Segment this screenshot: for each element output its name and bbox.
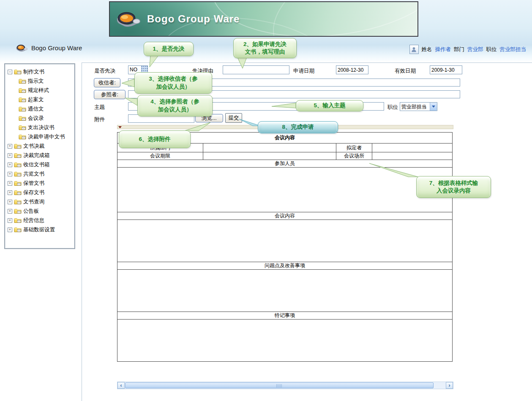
chevron-down-icon[interactable] [430,103,437,111]
sidebar-item-approval-done-box[interactable]: 决裁完成箱 [8,151,73,160]
sidebar-item-doc-search[interactable]: 文书查询 [8,197,73,206]
user-name-link[interactable]: 操作者 [435,46,451,53]
position-select-value: 营业部担当 [400,103,430,111]
valid-date-label: 有效日期 [395,68,416,75]
folder-icon [14,208,22,214]
callout-3: 3、选择收信者（参 加会议人员） [134,72,212,94]
folder-icon [14,190,22,195]
period-label-cell: 会议期限 [117,152,203,160]
expand-icon[interactable] [8,181,12,186]
horizontal-scrollbar[interactable]: ‹ › [117,382,453,389]
callout-8: 8、完成申请 [258,121,338,133]
period-value-cell[interactable] [203,152,336,160]
folder-icon [14,69,22,75]
callout-4: 4、选择参照者（参 加会议人员） [137,95,213,117]
expand-icon[interactable] [8,144,12,149]
callout-5: 5、输入主题 [296,100,363,111]
scrollbar-thumb[interactable] [125,382,434,388]
sidebar-item-label: 共览文书 [23,171,44,178]
sidebar-item-bulletin-board[interactable]: 公告板 [8,206,73,216]
application-window: Bogo Group Ware Bogo Group Ware 姓名 操作者 部… [0,0,532,401]
folder-icon [14,152,22,158]
app-logo: Bogo Group Ware [16,44,82,52]
scroll-left-icon[interactable]: ‹ [117,382,125,389]
callout-1-tail [147,54,160,68]
sidebar-item-business-info[interactable]: 经营信息 [8,216,73,225]
sidebar-item-label: 基础数据设置 [23,226,55,233]
person-icon [411,46,417,53]
expand-icon[interactable] [8,228,12,232]
sidebar-item-instruction-doc[interactable]: 指示文 [19,76,73,86]
collapse-icon[interactable] [8,70,12,74]
notes-value-cell[interactable] [117,320,453,362]
callout-7-tail [368,163,419,178]
expand-icon[interactable] [8,200,12,204]
expand-icon[interactable] [8,172,12,176]
attachment-label: 附件 [94,116,105,123]
user-title-label: 职位 [486,46,497,53]
sidebar-item-expense-resolution[interactable]: 支出决议书 [19,123,73,132]
expand-icon[interactable] [8,190,12,195]
folder-icon [19,97,26,103]
folder-icon [19,115,26,121]
folder-icon [19,125,26,130]
position-select[interactable]: 营业部担当 [400,102,437,111]
user-dept-link[interactable]: 营业部 [467,46,483,53]
sidebar-item-doc-approval[interactable]: 文书决裁 [8,141,73,151]
sidebar-item-shared-docs[interactable]: 共览文书 [8,169,73,179]
expand-icon[interactable] [8,163,12,167]
referer-button[interactable]: 参照者: [94,90,125,99]
folder-icon [14,180,22,186]
preliminary-label: 是否先决 [94,68,115,75]
sidebar-item-meeting-minutes[interactable]: 会议录 [19,114,73,123]
sidebar-item-correspondence[interactable]: 通信文 [19,104,73,114]
valid-date-input[interactable] [430,65,462,74]
content-label-cell: 会议内容 [117,212,453,220]
folder-icon [19,134,26,140]
reason-input[interactable] [223,65,289,74]
expand-icon[interactable] [8,218,12,223]
callout-6: 6、选择附件 [119,130,191,148]
sidebar-tree: 制作文书 指示文 规定样式 起案文 通信文 会议录 支出决议书 决裁申请中文书 [4,63,75,249]
recipient-button[interactable]: 收信者: [94,78,120,87]
user-name-label: 姓名 [422,46,432,53]
user-title-link[interactable]: 营业部担当 [500,46,527,53]
user-dept-label: 部门 [454,46,464,53]
goggles-icon [16,44,28,52]
content-value-cell[interactable] [117,220,453,262]
sidebar-item-base-data-settings[interactable]: 基础数据设置 [8,225,73,234]
place-value-cell[interactable] [372,152,453,160]
folder-icon [14,217,22,223]
banner-title: Bogo Group Ware [147,13,240,25]
callout-5-tail [271,102,297,109]
app-logo-text: Bogo Group Ware [31,44,82,51]
sidebar-item-label: 起案文 [28,96,44,103]
callout-1: 1、是否先决 [144,42,194,56]
sidebar-item-standard-style[interactable]: 规定样式 [19,86,73,95]
issues-label-cell: 问题点及改善事项 [117,262,453,270]
sidebar-item-approval-pending-doc[interactable]: 决裁申请中文书 [19,132,73,141]
sidebar-item-custody-docs[interactable]: 保管文书 [8,179,73,188]
expand-icon[interactable] [8,153,12,158]
folder-icon [14,227,22,233]
apply-date-input[interactable] [336,65,368,74]
callout-2-tail [237,57,249,69]
sidebar-item-saved-docs[interactable]: 保存文书 [8,188,73,197]
sidebar-item-label: 规定样式 [28,87,49,94]
banner: Bogo Group Ware [109,1,418,37]
scroll-right-icon[interactable]: › [446,382,453,389]
sidebar-item-inbox-docs[interactable]: 收信文书箱 [8,160,73,169]
callout-3-tail [121,78,135,88]
sidebar-item-label: 收信文书箱 [23,161,50,168]
drafter-value-cell[interactable] [372,144,453,152]
user-profile-button[interactable] [409,45,419,54]
folder-icon [14,162,22,168]
dept-value-cell[interactable] [203,144,336,152]
sidebar-item-draft-doc[interactable]: 起案文 [19,95,73,104]
sidebar-item-make-docs[interactable]: 制作文书 [8,67,73,76]
folder-icon [19,106,26,112]
expand-icon[interactable] [8,209,12,214]
issues-value-cell[interactable] [117,270,453,312]
apply-date-label: 申请日期 [293,68,314,75]
folder-icon [19,87,26,93]
